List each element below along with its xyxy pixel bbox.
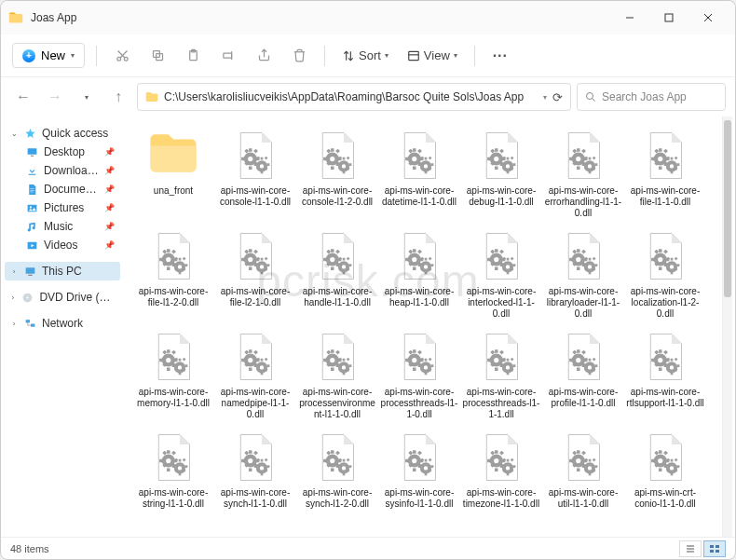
dll-file-icon bbox=[475, 331, 527, 383]
file-name: api-ms-win-core-datetime-l1-1-0.dll bbox=[380, 185, 458, 208]
file-item[interactable]: api-ms-win-core-synch-l1-2-0.dll bbox=[296, 428, 378, 513]
maximize-button[interactable] bbox=[649, 4, 688, 32]
chevron-right-icon: › bbox=[10, 267, 18, 276]
file-item[interactable]: api-ms-win-core-processthreads-l1-1-1.dl… bbox=[460, 327, 542, 424]
file-item[interactable]: api-ms-win-core-rtlsupport-l1-1-0.dll bbox=[624, 327, 706, 424]
explorer-window: Joas App + New ▾ Sort ▾ View ▾ bbox=[0, 0, 736, 560]
refresh-button[interactable]: ⟳ bbox=[552, 90, 563, 104]
file-item[interactable]: api-ms-win-core-timezone-l1-1-0.dll bbox=[460, 428, 542, 513]
dll-file-icon bbox=[229, 130, 281, 182]
sidebar-item-documents[interactable]: Documents📌 bbox=[5, 180, 120, 198]
details-view-button[interactable] bbox=[679, 540, 702, 557]
file-item[interactable]: api-ms-win-core-console-l1-1-0.dll bbox=[214, 126, 296, 223]
file-name: api-ms-win-core-timezone-l1-1-0.dll bbox=[462, 487, 540, 510]
separator bbox=[96, 46, 97, 66]
file-item[interactable]: api-ms-win-core-string-l1-1-0.dll bbox=[132, 428, 214, 513]
file-name: api-ms-win-core-console-l1-1-0.dll bbox=[216, 185, 294, 208]
minimize-button[interactable] bbox=[610, 4, 649, 32]
file-item[interactable]: api-ms-win-core-util-l1-1-0.dll bbox=[542, 428, 624, 513]
file-item[interactable]: api-ms-win-core-heap-l1-1-0.dll bbox=[378, 226, 460, 323]
file-name: api-ms-win-core-synch-l1-2-0.dll bbox=[298, 487, 376, 510]
sidebar-quick-access[interactable]: ⌄ Quick access bbox=[5, 124, 120, 143]
file-item[interactable]: api-ms-win-core-file-l2-1-0.dll bbox=[214, 226, 296, 323]
file-item[interactable]: api-ms-win-core-namedpipe-l1-1-0.dll bbox=[214, 327, 296, 424]
back-button[interactable]: ← bbox=[10, 84, 36, 110]
file-item[interactable]: api-ms-win-core-libraryloader-l1-1-0.dll bbox=[542, 226, 624, 323]
view-button[interactable]: View ▾ bbox=[402, 45, 463, 66]
file-item[interactable]: api-ms-win-core-file-l1-2-0.dll bbox=[132, 226, 214, 323]
sort-label: Sort bbox=[359, 48, 381, 62]
sidebar-dvd[interactable]: › DVD Drive (D:) CCCC bbox=[5, 288, 120, 307]
paste-button[interactable] bbox=[179, 42, 207, 70]
forward-button[interactable]: → bbox=[42, 84, 68, 110]
svg-point-19 bbox=[587, 93, 593, 100]
sidebar-network[interactable]: › Network bbox=[5, 314, 120, 333]
pictures-icon bbox=[25, 201, 38, 214]
address-bar: ← → ▾ ↑ C:\Users\karolisliucveikis\AppDa… bbox=[1, 77, 735, 116]
sidebar-item-pictures[interactable]: Pictures📌 bbox=[5, 198, 120, 217]
titlebar-folder-icon bbox=[8, 11, 23, 24]
file-item[interactable]: api-ms-win-core-file-l1-1-0.dll bbox=[624, 126, 706, 223]
star-icon bbox=[23, 127, 36, 140]
this-pc-label: This PC bbox=[42, 265, 82, 278]
file-item[interactable]: api-ms-win-core-debug-l1-1-0.dll bbox=[460, 126, 542, 223]
dll-file-icon bbox=[639, 331, 691, 383]
pin-icon: 📌 bbox=[104, 203, 115, 212]
title-bar: Joas App bbox=[1, 1, 735, 34]
recent-dropdown[interactable]: ▾ bbox=[74, 84, 100, 110]
rename-button[interactable] bbox=[214, 42, 242, 70]
file-item[interactable]: api-ms-win-core-localization-l1-2-0.dll bbox=[624, 226, 706, 323]
pin-icon: 📌 bbox=[104, 166, 115, 175]
sidebar-item-music[interactable]: Music📌 bbox=[5, 217, 120, 236]
sidebar-item-label: Desktop bbox=[44, 145, 85, 158]
dll-file-icon bbox=[557, 230, 609, 282]
dll-file-icon bbox=[639, 431, 691, 484]
pin-icon: 📌 bbox=[104, 184, 115, 194]
cut-button[interactable] bbox=[108, 42, 136, 70]
file-item[interactable]: api-ms-win-core-interlocked-l1-1-0.dll bbox=[460, 226, 542, 323]
file-item[interactable]: api-ms-win-core-synch-l1-1-0.dll bbox=[214, 428, 296, 513]
close-button[interactable] bbox=[688, 4, 728, 32]
vertical-scrollbar[interactable] bbox=[722, 116, 732, 537]
file-item[interactable]: api-ms-win-core-errorhandling-l1-1-0.dll bbox=[542, 126, 624, 223]
file-item[interactable]: api-ms-win-core-profile-l1-1-0.dll bbox=[542, 327, 624, 424]
share-button[interactable] bbox=[250, 42, 278, 70]
file-item[interactable]: api-ms-win-core-processthreads-l1-1-0.dl… bbox=[378, 327, 460, 424]
file-item[interactable]: api-ms-win-core-handle-l1-1-0.dll bbox=[296, 226, 378, 323]
file-item[interactable]: api-ms-win-core-processenvironment-l1-1-… bbox=[296, 327, 378, 424]
file-name: api-ms-win-core-profile-l1-1-0.dll bbox=[544, 387, 622, 409]
dll-file-icon bbox=[147, 331, 199, 383]
icons-view-button[interactable] bbox=[703, 540, 726, 557]
address-path: C:\Users\karolisliucveikis\AppData\Roami… bbox=[164, 90, 538, 103]
file-item[interactable]: api-ms-win-core-console-l1-2-0.dll bbox=[296, 126, 378, 223]
new-button[interactable]: + New ▾ bbox=[12, 43, 85, 68]
svg-rect-12 bbox=[223, 53, 231, 58]
dll-file-icon bbox=[557, 130, 609, 182]
file-item[interactable]: api-ms-win-core-sysinfo-l1-1-0.dll bbox=[378, 428, 460, 513]
delete-button[interactable] bbox=[285, 42, 313, 70]
sort-button[interactable]: Sort ▾ bbox=[336, 45, 394, 66]
sidebar-this-pc[interactable]: › This PC bbox=[5, 262, 120, 280]
scrollbar-thumb[interactable] bbox=[724, 120, 731, 297]
file-item[interactable]: api-ms-win-core-datetime-l1-1-0.dll bbox=[378, 126, 460, 223]
copy-button[interactable] bbox=[143, 42, 171, 70]
dll-file-icon bbox=[393, 230, 445, 282]
chevron-right-icon: › bbox=[10, 320, 18, 328]
dll-file-icon bbox=[147, 431, 199, 484]
chevron-down-icon: ▾ bbox=[454, 51, 457, 60]
sidebar-item-desktop[interactable]: Desktop📌 bbox=[5, 143, 120, 161]
file-item[interactable]: api-ms-win-crt-conio-l1-1-0.dll bbox=[624, 428, 706, 513]
file-item[interactable]: api-ms-win-core-memory-l1-1-0.dll bbox=[132, 327, 214, 424]
sidebar-item-videos[interactable]: Videos📌 bbox=[5, 236, 120, 254]
file-name: api-ms-win-core-string-l1-1-0.dll bbox=[134, 487, 212, 510]
disc-icon bbox=[20, 291, 34, 304]
address-input[interactable]: C:\Users\karolisliucveikis\AppData\Roami… bbox=[137, 83, 571, 111]
more-button[interactable]: ··· bbox=[486, 42, 514, 70]
up-button[interactable]: ↑ bbox=[105, 84, 131, 110]
file-name: api-ms-win-core-handle-l1-1-0.dll bbox=[298, 286, 376, 308]
search-input[interactable]: Search Joas App bbox=[577, 83, 726, 111]
sidebar-item-downloads[interactable]: Downloads📌 bbox=[5, 161, 120, 180]
folder-item[interactable]: una_front bbox=[132, 126, 214, 223]
sidebar-item-label: Documents bbox=[44, 183, 99, 196]
dll-file-icon bbox=[639, 230, 691, 282]
